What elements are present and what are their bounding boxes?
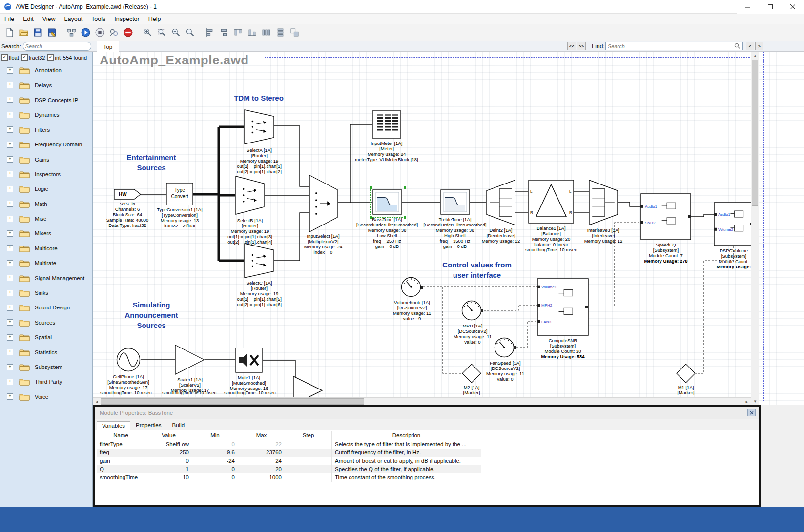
- expand-icon[interactable]: +: [7, 201, 13, 207]
- sidebar-item-statistics[interactable]: +Statistics: [0, 345, 92, 359]
- align-left-button[interactable]: [203, 26, 216, 39]
- selection-handle[interactable]: [404, 186, 406, 189]
- filter-float[interactable]: ✓float: [1, 54, 19, 61]
- maximize-button[interactable]: [759, 0, 782, 14]
- checkbox-int-icon[interactable]: ✓: [47, 54, 54, 61]
- checkbox-fract32-icon[interactable]: ✓: [21, 54, 28, 61]
- module-m2[interactable]: [462, 364, 481, 383]
- scroll-down-icon[interactable]: ▼: [751, 397, 759, 405]
- menu-edit[interactable]: Edit: [19, 16, 38, 22]
- match-size-button[interactable]: [288, 26, 301, 39]
- sidebar-item-third-party[interactable]: +Third Party: [0, 374, 92, 389]
- sidebar-item-misc[interactable]: +Misc: [0, 211, 92, 226]
- cell-value[interactable]: 10: [145, 473, 192, 482]
- menu-inspector[interactable]: Inspector: [110, 16, 144, 22]
- tab-top[interactable]: Top: [97, 41, 119, 52]
- sidebar-item-gains[interactable]: +Gains: [0, 152, 92, 166]
- expand-icon[interactable]: +: [7, 334, 13, 341]
- align-right-button[interactable]: [217, 26, 230, 39]
- selection-handle[interactable]: [370, 186, 372, 189]
- module-cellphone[interactable]: [116, 348, 141, 372]
- module-fanspeed[interactable]: [494, 337, 516, 358]
- find-next-all-button[interactable]: >>: [577, 42, 586, 50]
- scroll-up-icon[interactable]: ▲: [751, 52, 759, 60]
- sidebar-item-inspectors[interactable]: +Inspectors: [0, 167, 92, 182]
- distribute-vertical-button[interactable]: [274, 26, 287, 39]
- expand-icon[interactable]: +: [7, 379, 13, 385]
- module-selectb[interactable]: [235, 176, 265, 215]
- filter-fract32[interactable]: ✓fract32: [21, 54, 45, 61]
- menu-layout[interactable]: Layout: [60, 16, 87, 22]
- sidebar-item-annotation[interactable]: +Annotation: [0, 63, 92, 78]
- sidebar-item-math[interactable]: +Math: [0, 197, 92, 211]
- sidebar-item-sinks[interactable]: +Sinks: [0, 286, 92, 300]
- menu-help[interactable]: Help: [144, 16, 165, 22]
- expand-icon[interactable]: +: [7, 245, 13, 251]
- expand-icon[interactable]: +: [7, 216, 13, 222]
- zoom-in-button[interactable]: [141, 26, 154, 39]
- module-interleave3[interactable]: [589, 180, 618, 225]
- vertical-scroll-thumb[interactable]: [752, 60, 758, 206]
- module-computesnr[interactable]: Volume1MPH2FAN3: [537, 278, 589, 336]
- module-search-input[interactable]: [23, 43, 91, 49]
- module-mute1[interactable]: [235, 348, 263, 373]
- module-trebletone[interactable]: [440, 189, 470, 215]
- sidebar-item-logic[interactable]: +Logic: [0, 182, 92, 196]
- module-speedeq[interactable]: Audio1SNR2: [640, 193, 691, 240]
- close-button[interactable]: [782, 0, 804, 14]
- save-button[interactable]: [31, 26, 44, 39]
- sidebar-item-filters[interactable]: +Filters: [0, 123, 92, 137]
- menu-view[interactable]: View: [38, 16, 60, 22]
- expand-icon[interactable]: +: [7, 364, 13, 370]
- zoom-reset-button[interactable]: [184, 26, 197, 39]
- sidebar-item-mixers[interactable]: +Mixers: [0, 226, 92, 241]
- module-deint2[interactable]: [486, 180, 515, 225]
- sidebar-item-multirate[interactable]: +Multirate: [0, 256, 92, 270]
- zoom-out-button[interactable]: [169, 26, 183, 39]
- module-sys-in[interactable]: HW: [114, 189, 141, 200]
- expand-icon[interactable]: +: [7, 319, 13, 326]
- expand-icon[interactable]: +: [7, 305, 13, 311]
- expand-icon[interactable]: +: [7, 67, 13, 74]
- annotation-tdm-to-stereo[interactable]: TDM to Stereo: [205, 93, 312, 103]
- module-m1[interactable]: [676, 364, 696, 383]
- find-previous-button[interactable]: <: [746, 42, 754, 50]
- align-top-button[interactable]: [231, 26, 245, 39]
- expand-icon[interactable]: +: [7, 260, 13, 266]
- sidebar-item-frequency-domain[interactable]: +Frequency Domain: [0, 137, 92, 152]
- module-inputmeter[interactable]: [372, 110, 401, 139]
- stop-button[interactable]: [93, 26, 106, 39]
- new-file-button[interactable]: [3, 26, 16, 39]
- panel-close-icon[interactable]: [747, 409, 756, 416]
- save-as-button[interactable]: [45, 26, 59, 39]
- find-next-button[interactable]: >: [755, 42, 763, 50]
- expand-icon[interactable]: +: [7, 275, 13, 281]
- cell-value[interactable]: 1: [145, 465, 192, 473]
- module-typeconversion1[interactable]: TypeConvert: [166, 183, 193, 205]
- filter-int[interactable]: ✓int: [47, 54, 61, 61]
- sidebar-item-signal-management[interactable]: +Signal Management: [0, 270, 92, 285]
- sidebar-item-delays[interactable]: +Delays: [0, 78, 92, 92]
- module-balance1[interactable]: LRLR: [528, 180, 574, 224]
- module-selecta[interactable]: [244, 109, 274, 144]
- scroll-right-icon[interactable]: ►: [743, 398, 751, 405]
- annotation-entertainment-sources[interactable]: EntertainmentSources: [98, 152, 205, 173]
- halt-button[interactable]: [122, 26, 135, 39]
- menu-tools[interactable]: Tools: [87, 16, 110, 22]
- expand-icon[interactable]: +: [7, 112, 13, 118]
- cell-value[interactable]: 250: [145, 449, 192, 457]
- expand-icon[interactable]: +: [7, 156, 13, 163]
- expand-icon[interactable]: +: [7, 171, 13, 177]
- panel-tab-variables[interactable]: Variables: [97, 421, 130, 430]
- module-dspcvolume[interactable]: Audio1Volume2: [714, 202, 754, 246]
- sidebar-item-subsystem[interactable]: +Subsystem: [0, 360, 92, 374]
- cell-value[interactable]: ShelfLow: [145, 440, 192, 449]
- expand-icon[interactable]: +: [7, 97, 13, 103]
- sidebar-item-multicore[interactable]: +Multicore: [0, 241, 92, 256]
- expand-icon[interactable]: +: [7, 290, 13, 296]
- expand-icon[interactable]: +: [7, 230, 13, 237]
- annotation-control-values[interactable]: Control values fromuser interface: [423, 260, 531, 280]
- zoom-region-button[interactable]: [155, 26, 168, 39]
- module-inputselect[interactable]: [309, 175, 338, 232]
- sidebar-item-dsp-concepts-ip[interactable]: +DSP Concepts IP: [0, 93, 92, 107]
